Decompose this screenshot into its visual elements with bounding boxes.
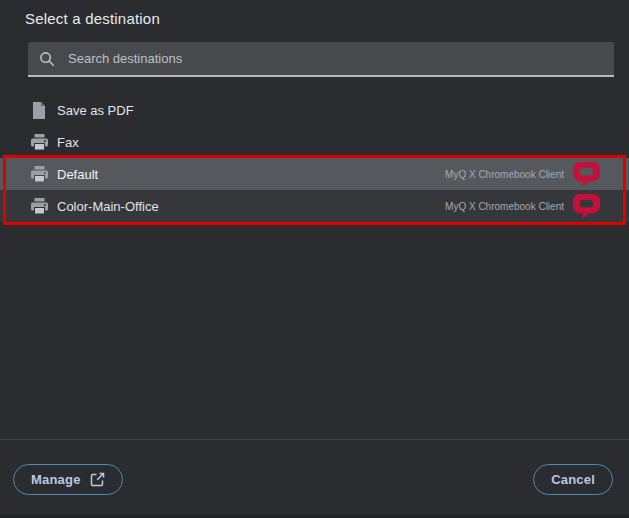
myq-logo-icon (573, 194, 600, 219)
printer-icon (30, 198, 48, 214)
printer-icon (30, 166, 48, 182)
destination-client-label: MyQ X Chromebook Client (445, 169, 564, 180)
cancel-button[interactable]: Cancel (533, 464, 613, 495)
print-destination-dialog: Select a destination Save as PDF (0, 0, 629, 518)
destination-label: Fax (57, 135, 79, 150)
destination-row-save-as-pdf[interactable]: Save as PDF (0, 94, 629, 126)
destination-label: Color-Main-Office (57, 199, 159, 214)
myq-logo-icon (573, 162, 600, 187)
destination-row-fax[interactable]: Fax (0, 126, 629, 158)
destination-label: Save as PDF (57, 103, 134, 118)
search-bar[interactable] (28, 42, 614, 77)
document-icon (30, 102, 48, 119)
manage-button-label: Manage (31, 472, 81, 487)
search-icon (39, 51, 55, 67)
destination-row-default[interactable]: Default MyQ X Chromebook Client (0, 158, 629, 190)
dialog-title: Select a destination (25, 10, 160, 27)
destination-client-label: MyQ X Chromebook Client (445, 201, 564, 212)
manage-button[interactable]: Manage (13, 464, 123, 495)
cancel-button-label: Cancel (551, 472, 595, 487)
external-link-icon (90, 472, 105, 487)
printer-icon (30, 134, 48, 150)
search-input[interactable] (66, 50, 614, 67)
destination-row-color-main-office[interactable]: Color-Main-Office MyQ X Chromebook Clien… (0, 190, 629, 222)
destination-label: Default (57, 167, 98, 182)
dialog-footer: Manage Cancel (0, 439, 629, 518)
destination-list: Save as PDF Fax (0, 94, 629, 222)
